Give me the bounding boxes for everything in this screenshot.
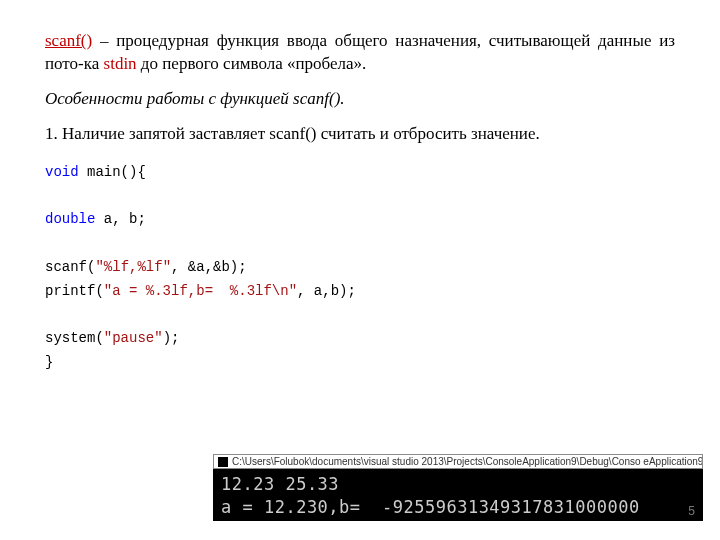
console-window: C:\Users\Folubok\documents\visual studio… (213, 454, 703, 521)
scanf-link: scanf() (45, 31, 92, 50)
slide-number: 5 (688, 504, 695, 518)
console-titlebar: C:\Users\Folubok\documents\visual studio… (213, 454, 703, 469)
code-l2b: a, b; (95, 211, 145, 227)
code-l1b: main(){ (79, 164, 146, 180)
cmd-icon (218, 457, 228, 467)
intro-text-2: до первого символа «пробела». (137, 54, 367, 73)
code-l4b: , a,b); (297, 283, 356, 299)
console-line-2: a = 12.230,b= -92559631349317831000000 (221, 497, 640, 517)
kw-void: void (45, 164, 79, 180)
console-line-1: 12.23 25.33 (221, 474, 339, 494)
intro-paragraph: scanf() – процедурная функция ввода обще… (45, 30, 675, 76)
code-l6: } (45, 354, 53, 370)
console-title-text: C:\Users\Folubok\documents\visual studio… (232, 456, 703, 467)
stdin-keyword: stdin (104, 54, 137, 73)
str-l4: "a = %.3lf,b= %.3lf\n" (104, 283, 297, 299)
console-output: 12.23 25.33 a = 12.230,b= -9255963134931… (213, 469, 703, 521)
str-l5: "pause" (104, 330, 163, 346)
code-l5b: ); (163, 330, 180, 346)
code-l4a: printf( (45, 283, 104, 299)
point-1: 1. Наличие запятой заставляет scanf() сч… (45, 123, 675, 146)
str-l3: "%lf,%lf" (95, 259, 171, 275)
code-block: void main(){ double a, b; scanf("%lf,%lf… (45, 161, 675, 375)
code-l5a: system( (45, 330, 104, 346)
code-l3a: scanf( (45, 259, 95, 275)
kw-double: double (45, 211, 95, 227)
section-title: Особенности работы с функцией scanf(). (45, 88, 675, 111)
code-l3b: , &a,&b); (171, 259, 247, 275)
